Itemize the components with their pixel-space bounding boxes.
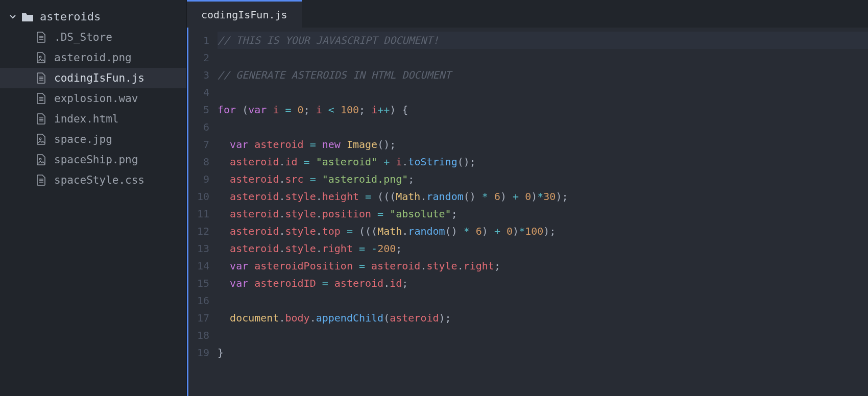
code-line[interactable]: asteroid.src = "asteroid.png"; <box>218 170 868 188</box>
line-number: 11 <box>187 205 209 222</box>
line-number: 1 <box>187 32 209 49</box>
tab-label: codingIsFun.js <box>201 9 287 21</box>
file-text-icon <box>36 113 47 125</box>
code-line[interactable]: document.body.appendChild(asteroid); <box>218 309 868 327</box>
file-name: space.jpg <box>54 133 112 145</box>
file-name: .DS_Store <box>54 31 112 43</box>
code-line[interactable] <box>218 118 868 136</box>
code-line[interactable]: // THIS IS YOUR JAVASCRIPT DOCUMENT! <box>218 32 868 49</box>
code-line[interactable]: // GENERATE ASTEROIDS IN HTML DOCUMENT <box>218 66 868 84</box>
line-number: 7 <box>187 136 209 153</box>
file-name: index.html <box>54 113 118 125</box>
line-number: 19 <box>187 344 209 361</box>
file-name: asteroid.png <box>54 52 132 64</box>
file-image-icon <box>36 133 47 145</box>
line-number: 6 <box>187 118 209 136</box>
file-name: spaceStyle.css <box>54 174 144 186</box>
line-number: 14 <box>187 257 209 275</box>
line-number: 2 <box>187 49 209 66</box>
file-name: explosion.wav <box>54 92 138 105</box>
file-text-icon <box>36 72 47 84</box>
tab-active[interactable]: codingIsFun.js <box>187 0 302 28</box>
line-number: 17 <box>187 309 209 327</box>
code-line[interactable]: var asteroidID = asteroid.id; <box>218 275 868 292</box>
code-line[interactable]: asteroid.id = "asteroid" + i.toString(); <box>218 153 868 170</box>
code-line[interactable] <box>218 84 868 101</box>
file-row[interactable]: index.html <box>0 109 186 129</box>
tab-bar: codingIsFun.js <box>187 0 868 28</box>
line-number: 3 <box>187 66 209 84</box>
folder-name: asteroids <box>40 10 101 23</box>
file-tree-sidebar: asteroids .DS_Storeasteroid.pngcodingIsF… <box>0 0 186 396</box>
line-number-gutter: 12345678910111213141516171819 <box>187 32 218 396</box>
svg-point-0 <box>39 56 41 58</box>
line-number: 16 <box>187 292 209 309</box>
file-image-icon <box>36 52 47 64</box>
line-number: 12 <box>187 222 209 240</box>
folder-icon <box>21 11 34 22</box>
file-text-icon <box>36 31 47 43</box>
line-number: 15 <box>187 275 209 292</box>
file-row[interactable]: explosion.wav <box>0 88 186 109</box>
code-line[interactable]: var asteroidPosition = asteroid.style.ri… <box>218 257 868 275</box>
file-row[interactable]: spaceStyle.css <box>0 170 186 190</box>
file-row[interactable]: asteroid.png <box>0 47 186 68</box>
code-line[interactable]: for (var i = 0; i < 100; i++) { <box>218 101 868 118</box>
code-line[interactable]: asteroid.style.top = (((Math.random() * … <box>218 222 868 240</box>
line-number: 18 <box>187 327 209 344</box>
line-number: 10 <box>187 188 209 205</box>
svg-point-2 <box>39 158 41 160</box>
code-line[interactable]: asteroid.style.position = "absolute"; <box>218 205 868 222</box>
file-name: codingIsFun.js <box>54 72 144 84</box>
code-line[interactable] <box>218 292 868 309</box>
code-line[interactable] <box>218 327 868 344</box>
code-content[interactable]: // THIS IS YOUR JAVASCRIPT DOCUMENT! // … <box>218 32 868 396</box>
folder-row-root[interactable]: asteroids <box>0 6 186 27</box>
editor-pane: codingIsFun.js 1234567891011121314151617… <box>186 0 868 396</box>
code-line[interactable]: var asteroid = new Image(); <box>218 136 868 153</box>
line-number: 13 <box>187 240 209 257</box>
line-number: 9 <box>187 170 209 188</box>
line-number: 8 <box>187 153 209 170</box>
file-row[interactable]: spaceShip.png <box>0 150 186 170</box>
code-line[interactable]: } <box>218 344 868 361</box>
file-name: spaceShip.png <box>54 154 138 166</box>
file-text-icon <box>36 92 47 105</box>
line-number: 5 <box>187 101 209 118</box>
code-editor[interactable]: 12345678910111213141516171819 // THIS IS… <box>187 28 868 396</box>
svg-point-1 <box>39 138 41 140</box>
file-row[interactable]: codingIsFun.js <box>0 68 186 88</box>
file-row[interactable]: space.jpg <box>0 129 186 150</box>
file-image-icon <box>36 154 47 166</box>
code-line[interactable]: asteroid.style.height = (((Math.random()… <box>218 188 868 205</box>
code-line[interactable]: asteroid.style.right = -200; <box>218 240 868 257</box>
file-row[interactable]: .DS_Store <box>0 27 186 47</box>
chevron-down-icon <box>9 13 16 20</box>
code-line[interactable] <box>218 49 868 66</box>
file-text-icon <box>36 174 47 186</box>
line-number: 4 <box>187 84 209 101</box>
